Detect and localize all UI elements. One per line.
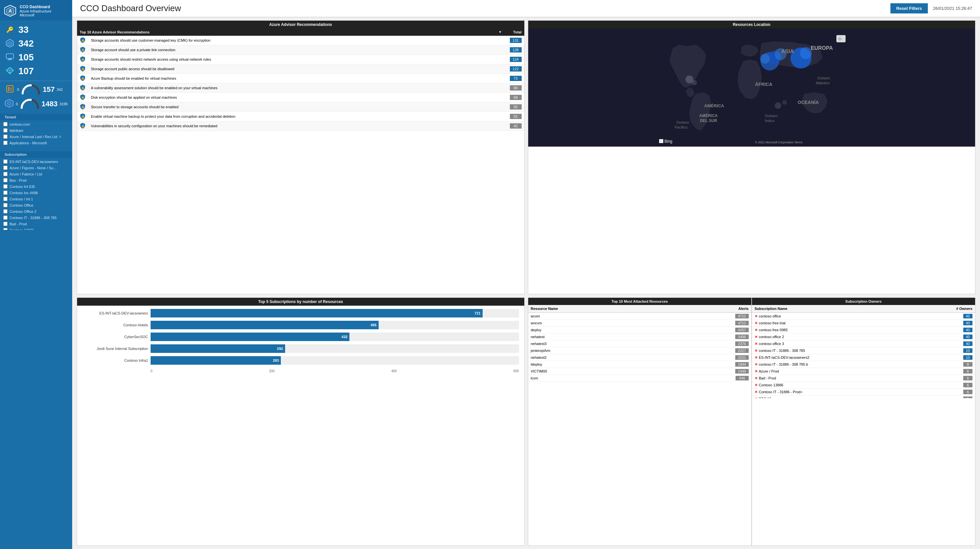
owner-count: 6 — [932, 375, 975, 382]
topbar: CCO Dashboard Overview Reset Filters 26/… — [72, 0, 980, 17]
tenant-checkbox-4[interactable] — [3, 141, 8, 145]
tenant-checkbox-3[interactable] — [3, 135, 8, 139]
sub-checkbox-10[interactable] — [3, 216, 8, 220]
advisor-row-text: Disk encryption should be applied on vir… — [88, 93, 504, 102]
sub-item-11[interactable]: Bad - Prod — [0, 221, 72, 227]
owner-row: ✕contoso office 2 40 — [752, 333, 975, 340]
diamond-icon — [5, 67, 15, 76]
svg-marker-4 — [8, 41, 12, 46]
sub-checkbox-3[interactable] — [3, 172, 8, 176]
tenant-item-4[interactable]: Applications - Microsoft — [0, 140, 72, 146]
sidebar-tenant-label: Tenant — [0, 114, 72, 121]
sub-item-8-label: Contoso Office — [10, 203, 33, 207]
attacked-tbody: wcvm 4712 wncvm 4712 deploy 4257 nehates… — [528, 313, 751, 382]
sub-checkbox-7[interactable] — [3, 197, 8, 201]
owner-count: 10 — [932, 354, 975, 361]
sub-checkbox-12[interactable] — [3, 228, 8, 230]
attacked-row: wncvm 4712 — [528, 320, 751, 327]
page-title: CCO Dashboard Overview — [80, 3, 181, 13]
bar-chart-rows: ES-INT-IaCS-DEV-iacsowners 721 Contoso H… — [82, 309, 519, 365]
sidebar-subscription-list: ES-INT-IaCS-DEV-iacsowners Azure / Figur… — [0, 158, 72, 230]
metric-row-key: 🔑 33 — [0, 23, 72, 37]
bing-text: Bing — [664, 139, 672, 144]
bar-track: 495 — [151, 321, 519, 329]
metric-row-cube: 342 — [0, 37, 72, 51]
owner-subscription-name: ✕contoso office 3 — [752, 340, 932, 347]
sub-item-9[interactable]: Contoso Office 2 — [0, 208, 72, 214]
advisor-row-text: Enable virtual machine backup to protect… — [88, 112, 504, 121]
sub-item-7[interactable]: Contoso / Int 1 — [0, 196, 72, 202]
svg-text:🔒: 🔒 — [81, 105, 85, 109]
map-panel: Resources Location — [528, 20, 976, 294]
owner-row: ✕Contoso 13886 6 — [752, 382, 975, 389]
shield-icon-cell: 🔒 — [77, 74, 88, 83]
sub-checkbox-5[interactable] — [3, 184, 8, 189]
advisor-row-value: 124 — [504, 55, 524, 64]
advisor-row-value: 55 — [504, 102, 524, 112]
sub-checkbox-6[interactable] — [3, 190, 8, 195]
advisor-row-value: 69 — [504, 93, 524, 102]
attacked-alert-count: 2227 — [656, 347, 751, 354]
sub-checkbox-8[interactable] — [3, 203, 8, 207]
sub-item-2[interactable]: Azure / Figures - None / Subscripton — [0, 165, 72, 171]
attacked-row: jenkinsjsfvm 2227 — [528, 347, 751, 354]
bar-row: Jordi Sune Internal Subscription 292 — [82, 344, 519, 353]
advisor-row: 🔒 Storage account should use a private l… — [77, 45, 524, 55]
owner-row: ✕contoso IT - 31886 - 308 785 10 — [752, 347, 975, 354]
key-icon: 🔑 — [5, 26, 15, 33]
sub-checkbox-9[interactable] — [3, 209, 8, 214]
attacked-row: nehatest3 2376 — [528, 340, 751, 347]
shield-icon-cell: 🔒 — [77, 55, 88, 64]
cube-value: 342 — [18, 38, 34, 49]
advisor-table: Top 10 Azure Advisor Recommendations ▼ T… — [77, 29, 524, 131]
bar-row: CyberSecSOC 432 — [82, 333, 519, 341]
attacked-resource-name: VICTIM00 — [528, 368, 656, 375]
sub-item-5[interactable]: Contoso Int 635 — [0, 183, 72, 190]
sub-item-10[interactable]: Contoso IT - 31886 - 308 785 — [0, 214, 72, 221]
sub-item-1[interactable]: ES-INT-IaCS-DEV-iacsowners — [0, 159, 72, 165]
bar-label: Contoso Hotels — [82, 323, 148, 327]
bar-fill: 432 — [151, 333, 349, 341]
owners-tbody: ✕contoso office 45 ✕contoso free trial 4… — [752, 313, 975, 398]
advisor-row-value: 52 — [504, 112, 524, 121]
svg-rect-13 — [8, 87, 10, 91]
owner-row: ✕contoso office 3 40 — [752, 340, 975, 347]
x-icon: ✕ — [755, 390, 757, 394]
sub-item-4[interactable]: Bas - Prod — [0, 177, 72, 183]
bar-value: 283 — [273, 359, 279, 362]
sub-checkbox-4[interactable] — [3, 178, 8, 182]
svg-text:🔒: 🔒 — [81, 114, 85, 118]
advisor-row-value: 69 — [504, 83, 524, 93]
sub-checkbox-1[interactable] — [3, 159, 8, 163]
aus-bubble — [775, 102, 781, 109]
sub-checkbox-11[interactable] — [3, 222, 8, 226]
tenant-item-2[interactable]: fabrikam — [0, 127, 72, 133]
metric-row-monitor: 105 — [0, 51, 72, 64]
sub-checkbox-2[interactable] — [3, 166, 8, 170]
reset-filters-button[interactable]: Reset Filters — [891, 3, 928, 13]
sub-item-3-label: Azure / Fabrice / Ltd — [10, 172, 42, 176]
owner-count: 40 — [932, 333, 975, 340]
sub-item-6[interactable]: Contoso Inc 4498 — [0, 190, 72, 196]
sub-item-12[interactable]: Contoso 13886 — [0, 227, 72, 230]
owners-scroll: ✕contoso office 45 ✕contoso free trial 4… — [752, 313, 975, 398]
sidebar-title-line3: Microsoft — [20, 13, 51, 17]
bar-label: Jordi Sune Internal Subscription — [82, 347, 148, 351]
bar-axis: 0 200 400 600 — [82, 368, 519, 373]
tenant-checkbox-1[interactable] — [3, 122, 8, 126]
attacked-alert-count: 4257 — [656, 327, 751, 333]
x-icon: ✕ — [755, 362, 757, 367]
sub-item-3[interactable]: Azure / Fabrice / Ltd — [0, 171, 72, 177]
attacked-resource-name: lcvm — [528, 375, 656, 382]
advisor-row-value: 42 — [504, 121, 524, 131]
attacked-resource-name: deploy — [528, 327, 656, 333]
tenant-item-1[interactable]: contoso.com — [0, 121, 72, 127]
advisor-row: 🔒 Disk encryption should be applied on v… — [77, 93, 524, 102]
gauge-2-max: 3199 — [60, 102, 68, 106]
tenant-item-3[interactable]: Azure / Internal Last / Res Ltd n — [0, 133, 72, 140]
gauge-1-max: 342 — [57, 87, 63, 92]
gauge-icon-1 — [5, 84, 15, 95]
sub-item-8[interactable]: Contoso Office — [0, 202, 72, 208]
bar-chart-container: ES-INT-IaCS-DEV-iacsowners 721 Contoso H… — [77, 306, 524, 376]
tenant-checkbox-2[interactable] — [3, 128, 8, 132]
